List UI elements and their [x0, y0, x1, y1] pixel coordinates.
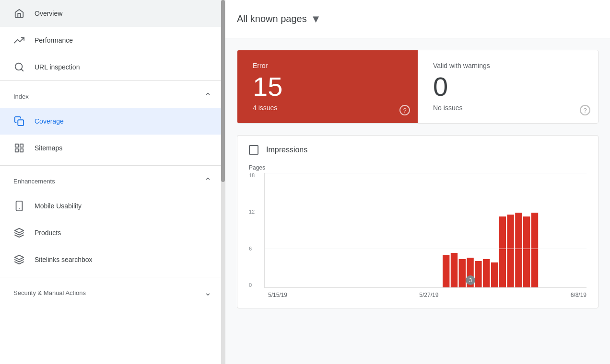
- error-card: Error 15 4 issues ?: [237, 50, 418, 123]
- sidebar-item-mobile-usability[interactable]: Mobile Usability: [0, 193, 225, 219]
- security-section-header[interactable]: Security & Manual Actions ⌄: [0, 281, 225, 304]
- sidebar-item-sitemaps[interactable]: Sitemaps: [0, 135, 225, 161]
- svg-line-1: [21, 69, 23, 71]
- error-card-sub: 4 issues: [253, 104, 402, 112]
- enhancements-section-label: Enhancements: [13, 178, 55, 185]
- svg-rect-5: [20, 149, 23, 152]
- sidebar-item-sitemaps-label: Sitemaps: [35, 144, 62, 152]
- valid-card-sub: No issues: [433, 104, 583, 112]
- status-cards: Error 15 4 issues ? Valid with warnings …: [237, 50, 598, 124]
- sidebar-item-performance[interactable]: Performance: [0, 27, 225, 54]
- x-label-0: 5/15/19: [268, 292, 287, 298]
- sidebar-scrollbar[interactable]: [221, 0, 225, 364]
- y-value-6: 6: [249, 246, 260, 251]
- sidebar-item-products-label: Products: [35, 229, 61, 237]
- sidebar-item-products[interactable]: Products: [0, 219, 225, 246]
- x-label-2: 6/8/19: [571, 292, 587, 298]
- enhancements-section-header[interactable]: Enhancements ⌃: [0, 170, 225, 193]
- index-section-label: Index: [13, 93, 29, 100]
- error-card-number: 15: [253, 73, 402, 100]
- sidebar-item-coverage-label: Coverage: [35, 117, 64, 125]
- svg-rect-7: [16, 201, 23, 211]
- coverage-icon: [13, 115, 25, 127]
- svg-marker-10: [15, 255, 23, 260]
- x-label-1: 5/27/19: [419, 292, 438, 298]
- layers2-icon: [13, 254, 25, 265]
- error-card-label: Error: [253, 62, 402, 69]
- chart-y-label: Pages: [249, 164, 587, 171]
- sidebar-item-sitelinks-searchbox[interactable]: Sitelinks searchbox: [0, 246, 225, 273]
- content-area: Error 15 4 issues ? Valid with warnings …: [225, 38, 610, 364]
- grid-line-6: [265, 249, 587, 249]
- main-content: All known pages ▼ Error 15 4 issues ? Va…: [225, 0, 610, 364]
- y-value-18: 18: [249, 173, 260, 178]
- x-axis: 5/15/19 5/27/19 6/8/19: [249, 288, 587, 298]
- page-selector[interactable]: All known pages ▼: [237, 13, 321, 25]
- svg-rect-3: [15, 144, 18, 147]
- page-selector-label: All known pages: [237, 13, 307, 24]
- sidebar-item-sitelinks-searchbox-label: Sitelinks searchbox: [35, 256, 93, 263]
- svg-rect-2: [18, 120, 23, 125]
- index-section: Index ⌃ Coverage Sitemaps: [0, 80, 225, 165]
- trending-up-icon: [13, 34, 25, 46]
- sitemaps-icon: [13, 142, 25, 154]
- sidebar: Overview Performance URL inspection Inde…: [0, 0, 225, 364]
- home-icon: [13, 8, 25, 19]
- search-icon: [13, 61, 25, 73]
- tooltip-badge: 3: [466, 275, 475, 285]
- scrollbar-thumb[interactable]: [221, 0, 225, 182]
- impressions-section: Impressions Pages 18 12 6 0: [237, 135, 598, 308]
- dropdown-arrow-icon: ▼: [311, 13, 321, 25]
- enhancements-chevron-up-icon: ⌃: [204, 176, 211, 186]
- mobile-icon: [13, 200, 25, 212]
- svg-rect-4: [20, 144, 23, 147]
- sidebar-item-coverage[interactable]: Coverage: [0, 108, 225, 135]
- security-chevron-down-icon: ⌄: [204, 287, 211, 298]
- valid-card-label: Valid with warnings: [433, 62, 583, 69]
- sidebar-item-url-inspection-label: URL inspection: [35, 63, 80, 71]
- security-section: Security & Manual Actions ⌄: [0, 277, 225, 308]
- y-value-0: 0: [249, 283, 260, 288]
- chart-area: Pages 18 12 6 0: [249, 164, 587, 298]
- layers-icon: [13, 227, 25, 239]
- enhancements-section: Enhancements ⌃ Mobile Usability Products: [0, 165, 225, 277]
- svg-rect-6: [15, 149, 18, 152]
- grid-line-12: [265, 211, 587, 211]
- error-help-icon[interactable]: ?: [399, 105, 410, 115]
- impressions-checkbox[interactable]: [249, 145, 258, 155]
- valid-card: Valid with warnings 0 No issues ?: [418, 50, 598, 123]
- valid-help-icon[interactable]: ?: [580, 105, 590, 115]
- sidebar-item-mobile-usability-label: Mobile Usability: [35, 202, 82, 210]
- grid-line-18: [265, 173, 587, 173]
- index-section-header[interactable]: Index ⌃: [0, 85, 225, 108]
- valid-card-number: 0: [433, 73, 583, 100]
- sidebar-item-url-inspection[interactable]: URL inspection: [0, 54, 225, 80]
- y-value-12: 12: [249, 209, 260, 215]
- svg-marker-9: [15, 228, 23, 233]
- sidebar-item-overview[interactable]: Overview: [0, 0, 225, 27]
- sidebar-item-overview-label: Overview: [35, 10, 62, 17]
- impressions-header: Impressions: [249, 145, 587, 155]
- security-section-label: Security & Manual Actions: [13, 289, 86, 296]
- sidebar-item-performance-label: Performance: [35, 36, 73, 44]
- impressions-label: Impressions: [266, 146, 307, 154]
- top-bar: All known pages ▼: [225, 0, 610, 38]
- index-chevron-up-icon: ⌃: [204, 91, 211, 102]
